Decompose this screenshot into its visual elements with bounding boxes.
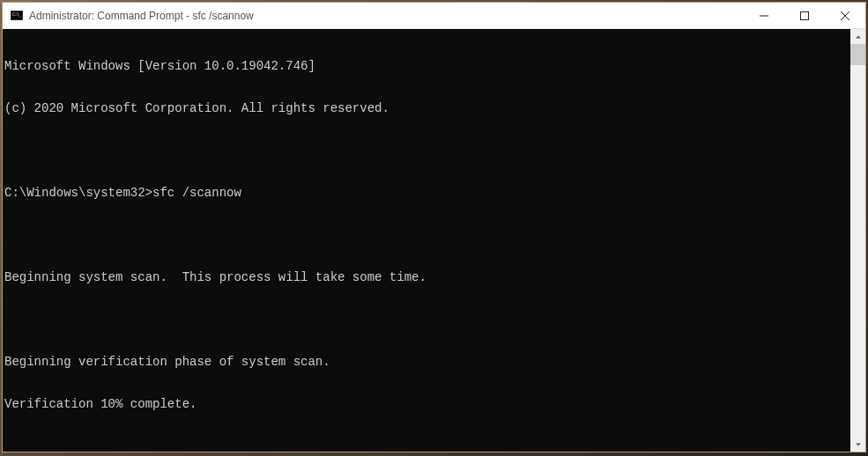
terminal-line: (c) 2020 Microsoft Corporation. All righ… [4,101,850,115]
scroll-down-button[interactable] [850,437,865,452]
minimize-button[interactable] [744,3,784,28]
chevron-up-icon [855,33,862,40]
terminal-line: Microsoft Windows [Version 10.0.19042.74… [4,59,850,73]
terminal-line [4,313,850,327]
scroll-thumb[interactable] [850,44,865,65]
window-title: Administrator: Command Prompt - sfc /sca… [29,10,744,22]
titlebar[interactable]: Administrator: Command Prompt - sfc /sca… [3,3,865,29]
content-area: Microsoft Windows [Version 10.0.19042.74… [3,29,865,452]
terminal-output[interactable]: Microsoft Windows [Version 10.0.19042.74… [3,29,850,452]
terminal-line [4,228,850,242]
minimize-icon [760,11,768,20]
window-controls [744,3,865,28]
scroll-track[interactable] [850,44,865,437]
cmd-icon [10,9,24,23]
maximize-button[interactable] [784,3,825,28]
terminal-line: Beginning system scan. This process will… [4,270,850,284]
scroll-up-button[interactable] [850,29,865,44]
terminal-line: Verification 10% complete. [4,397,850,411]
svg-rect-1 [801,11,809,19]
terminal-line: Beginning verification phase of system s… [4,355,850,369]
close-icon [841,11,849,20]
terminal-line [4,143,850,158]
command-prompt-window: Administrator: Command Prompt - sfc /sca… [2,2,866,452]
close-button[interactable] [825,3,865,28]
terminal-line: C:\Windows\system32>sfc /scannow [4,186,850,200]
chevron-down-icon [855,441,862,448]
maximize-icon [800,11,809,20]
vertical-scrollbar[interactable] [850,29,865,452]
